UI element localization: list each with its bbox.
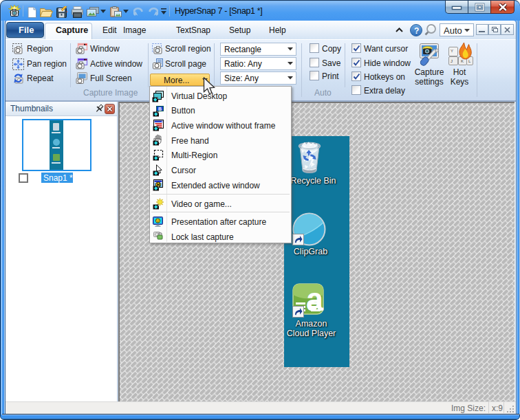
svg-text:B: B	[158, 107, 162, 111]
svg-text:Y: Y	[451, 49, 453, 53]
svg-text:a: a	[306, 283, 323, 317]
svg-text:K: K	[461, 59, 464, 63]
svg-text:J: J	[451, 59, 453, 63]
